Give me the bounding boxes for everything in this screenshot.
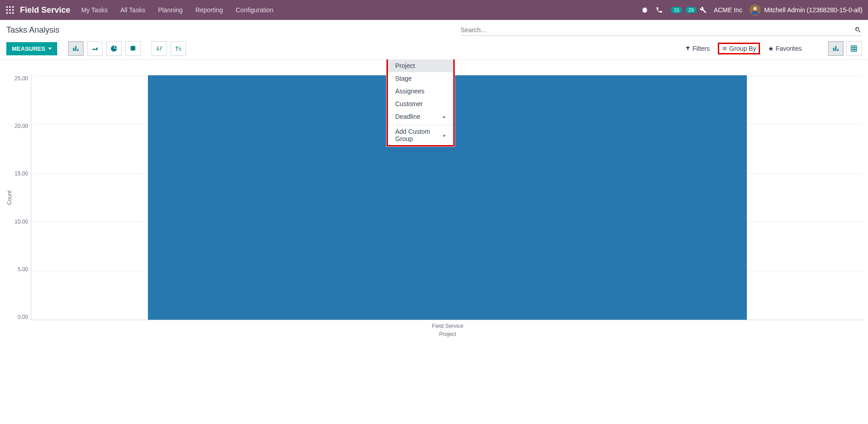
phone-icon[interactable]	[656, 6, 663, 14]
svg-rect-12	[75, 46, 76, 51]
activities-badge: 29	[686, 7, 696, 13]
dropdown-item-project[interactable]: Project	[388, 59, 453, 72]
pie-chart-button[interactable]	[106, 41, 122, 56]
svg-point-10	[753, 7, 757, 10]
svg-rect-8	[12, 12, 14, 14]
clock-icon[interactable]: 29	[685, 6, 692, 14]
dropdown-item-stage[interactable]: Stage	[388, 72, 453, 85]
svg-rect-0	[6, 6, 8, 8]
brand[interactable]: Field Service	[20, 5, 70, 15]
star-icon	[768, 46, 774, 51]
x-axis: Field Service Project	[32, 323, 863, 337]
bar-chart-button[interactable]	[68, 41, 83, 56]
svg-rect-1	[9, 6, 10, 8]
nav-item-alltasks[interactable]: All Tasks	[120, 6, 145, 14]
ytick: 10.00	[15, 219, 28, 225]
sort-desc-button[interactable]	[152, 41, 167, 56]
graph-view-button[interactable]	[828, 41, 843, 56]
filters-label: Filters	[692, 45, 710, 52]
y-axis-label: Count	[5, 75, 15, 320]
favorites-label: Favorites	[775, 45, 802, 52]
nav-item-configuration[interactable]: Configuration	[235, 6, 273, 14]
search-box[interactable]	[461, 24, 862, 36]
svg-rect-13	[77, 49, 78, 51]
dropdown-item-assignees[interactable]: Assignees	[388, 85, 453, 97]
groupby-label: Group By	[729, 45, 756, 52]
bug-icon[interactable]	[641, 6, 648, 14]
groupby-dropdown: Project Stage Assignees Customer Deadlin…	[386, 59, 455, 147]
chevron-right-icon: ▸	[443, 114, 446, 120]
company-selector[interactable]: ACME Inc	[714, 6, 742, 14]
ytick: 15.00	[15, 171, 28, 177]
funnel-icon	[685, 46, 691, 51]
search-input[interactable]	[461, 26, 854, 34]
x-tick-label: Field Service	[32, 323, 863, 329]
list-icon	[722, 46, 727, 51]
toolbar-row: MEASURES Filters Group By Favorites	[0, 38, 868, 60]
search-icon[interactable]	[854, 26, 862, 34]
dropdown-item-deadline[interactable]: Deadline▸	[388, 110, 453, 123]
apps-icon[interactable]	[5, 5, 15, 15]
sort-asc-button[interactable]	[171, 41, 186, 56]
ytick: 25.00	[15, 75, 28, 82]
svg-rect-7	[9, 12, 10, 14]
username: Mitchell Admin (12368280-15-0-all)	[764, 6, 863, 14]
chat-icon[interactable]: 15	[670, 6, 677, 14]
measures-button[interactable]: MEASURES	[6, 42, 57, 55]
nav-item-mytasks[interactable]: My Tasks	[81, 6, 108, 14]
nav-menu: My Tasks All Tasks Planning Reporting Co…	[81, 6, 641, 14]
svg-rect-11	[73, 48, 74, 51]
ytick: 5.00	[18, 266, 28, 273]
svg-rect-4	[9, 9, 10, 10]
wrench-icon[interactable]	[699, 6, 706, 14]
messages-badge: 15	[671, 7, 682, 13]
caret-down-icon	[48, 48, 52, 50]
dropdown-item-addcustom[interactable]: Add Custom Group▸	[388, 125, 453, 145]
nav-right: 15 29 ACME Inc Mitchell Admin (12368280-…	[641, 5, 863, 15]
ytick: 0.00	[18, 314, 28, 320]
nav-item-reporting[interactable]: Reporting	[196, 6, 223, 14]
x-axis-label: Project	[32, 331, 863, 337]
y-axis-ticks: 25.00 20.00 15.00 10.00 5.00 0.00	[15, 75, 31, 320]
svg-rect-3	[6, 9, 8, 10]
measures-label: MEASURES	[12, 45, 45, 52]
stacked-button[interactable]	[125, 41, 141, 56]
nav-item-planning[interactable]: Planning	[158, 6, 183, 14]
groupby-button[interactable]: Group By	[718, 43, 760, 54]
line-chart-button[interactable]	[87, 41, 103, 56]
svg-rect-15	[833, 48, 834, 51]
svg-rect-5	[12, 9, 14, 10]
page-title: Tasks Analysis	[6, 25, 59, 35]
chevron-right-icon: ▸	[443, 132, 446, 138]
filters-button[interactable]: Filters	[682, 43, 712, 54]
svg-rect-6	[6, 12, 8, 14]
title-row: Tasks Analysis	[0, 20, 868, 38]
svg-rect-2	[12, 6, 14, 8]
dropdown-item-customer[interactable]: Customer	[388, 97, 453, 110]
svg-rect-17	[837, 49, 839, 51]
avatar	[750, 5, 760, 15]
favorites-button[interactable]: Favorites	[765, 43, 804, 54]
pivot-view-button[interactable]	[846, 41, 862, 56]
ytick: 20.00	[15, 123, 28, 129]
svg-rect-16	[835, 46, 837, 51]
user-menu[interactable]: Mitchell Admin (12368280-15-0-all)	[750, 5, 863, 15]
navbar: Field Service My Tasks All Tasks Plannin…	[0, 0, 868, 20]
